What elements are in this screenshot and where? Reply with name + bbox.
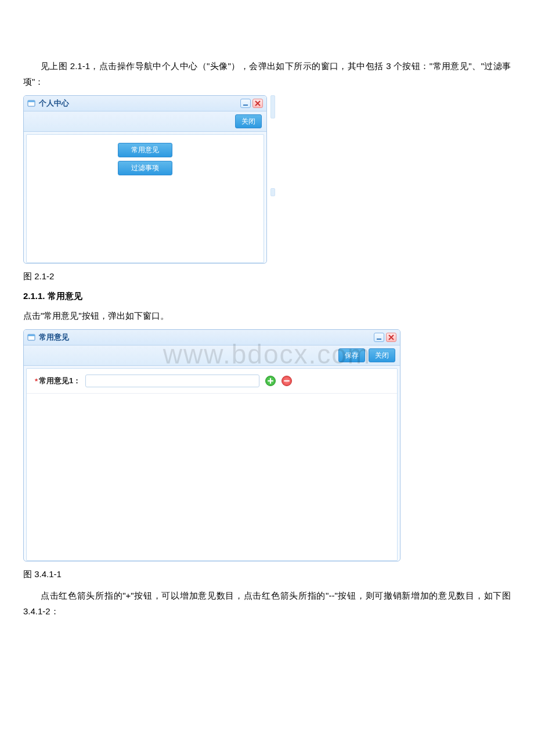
paragraph-2: 点击"常用意见"按钮，弹出如下窗口。 xyxy=(23,308,511,323)
svg-rect-1 xyxy=(28,100,35,102)
svg-rect-2 xyxy=(243,105,248,106)
section-heading-2.1.1: 2.1.1. 常用意见 xyxy=(23,291,511,302)
add-icon[interactable] xyxy=(265,376,276,386)
close-icon[interactable] xyxy=(386,333,396,342)
opinion-form-row: * 常用意见1： xyxy=(27,369,397,394)
dialog-title: 常用意见 xyxy=(39,332,374,343)
dialog-body: * 常用意见1： xyxy=(26,368,398,561)
personal-center-dialog: 个人中心 关闭 常用意见 过滤事项 xyxy=(23,95,267,264)
opinion-input[interactable] xyxy=(85,375,259,387)
minimize-icon[interactable] xyxy=(240,99,251,108)
dialog-toolbar: 保存 关闭 xyxy=(24,345,400,366)
decorative-sliver xyxy=(270,95,276,266)
remove-icon[interactable] xyxy=(282,376,292,386)
filter-items-button[interactable]: 过滤事项 xyxy=(118,161,172,175)
dialog-body: 常用意见 过滤事项 xyxy=(26,134,264,263)
window-icon xyxy=(27,333,35,341)
intro-paragraph: 见上图 2.1-1，点击操作导航中个人中心（"头像"），会弹出如下所示的窗口，其… xyxy=(23,58,511,89)
common-opinion-dialog: 常用意见 保存 关闭 * 常用意见1： xyxy=(23,329,400,561)
window-icon xyxy=(27,99,35,107)
dialog-titlebar: 常用意见 xyxy=(24,330,400,345)
document-page: 见上图 2.1-1，点击操作导航中个人中心（"头像"），会弹出如下所示的窗口，其… xyxy=(0,0,534,660)
save-button[interactable]: 保存 xyxy=(338,348,365,362)
dialog-toolbar: 关闭 xyxy=(24,111,266,132)
dialog-title: 个人中心 xyxy=(39,98,240,109)
close-icon[interactable] xyxy=(252,99,263,108)
close-button[interactable]: 关闭 xyxy=(235,114,262,128)
svg-rect-5 xyxy=(377,339,381,340)
field-label: 常用意见1： xyxy=(39,376,81,386)
svg-rect-4 xyxy=(28,334,35,336)
figure-caption-2.1-2: 图 2.1-2 xyxy=(23,268,511,284)
figure-caption-3.4.1-1: 图 3.4.1-1 xyxy=(23,566,511,582)
dialog-titlebar: 个人中心 xyxy=(24,96,266,111)
paragraph-3: 点击红色箭头所指的"+"按钮，可以增加意见数目，点击红色箭头所指的"--"按钮，… xyxy=(23,588,511,619)
common-opinion-button[interactable]: 常用意见 xyxy=(118,143,172,157)
close-button[interactable]: 关闭 xyxy=(369,348,395,362)
minimize-icon[interactable] xyxy=(374,333,384,342)
required-marker: * xyxy=(35,377,38,386)
